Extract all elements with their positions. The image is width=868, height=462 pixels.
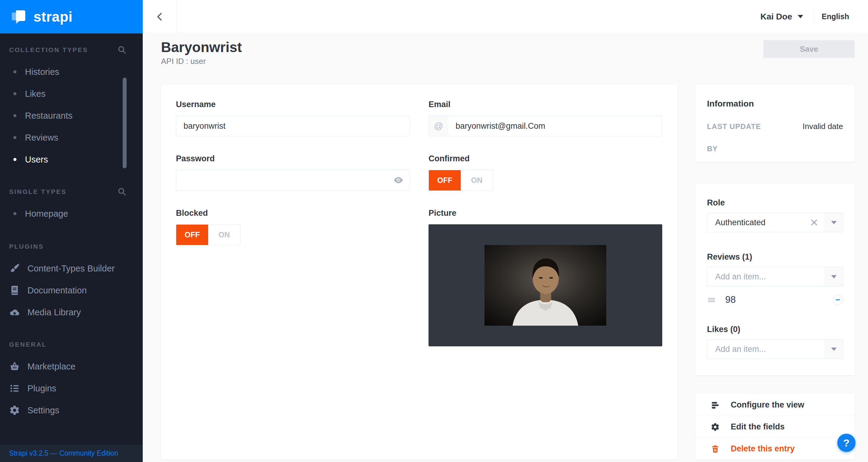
bullet-icon: [13, 212, 17, 215]
portrait-photo: [485, 245, 606, 326]
user-name: Kai Doe: [760, 12, 792, 22]
sidebar-item-settings[interactable]: Settings: [0, 399, 143, 421]
password-input[interactable]: [176, 170, 410, 190]
sidebar-item-label: Reviews: [25, 133, 58, 143]
likes-placeholder: Add an item...: [707, 340, 825, 359]
strapi-logo[interactable]: strapi: [0, 0, 143, 33]
logo-wordmark: strapi: [33, 8, 72, 25]
edit-fields-label: Edit the fields: [731, 422, 785, 432]
username-label: Username: [176, 100, 410, 109]
topbar: Kai Doe English: [143, 0, 868, 33]
cloud-upload-icon: [9, 307, 20, 318]
sidebar-item-plugins[interactable]: Plugins: [0, 377, 143, 399]
email-label: Email: [429, 100, 662, 109]
select-caret-button[interactable]: [825, 267, 843, 286]
user-menu[interactable]: Kai Doe: [760, 12, 813, 22]
page-head: Baryonwrist API ID : user Save: [161, 39, 855, 66]
search-icon[interactable]: [117, 45, 127, 55]
password-label: Password: [176, 154, 410, 163]
drag-handle-icon[interactable]: [707, 295, 716, 304]
caret-down-icon: [831, 275, 837, 278]
toggle-on-segment[interactable]: ON: [208, 225, 240, 245]
minus-circle-icon[interactable]: [833, 295, 843, 305]
sidebar-item-documentation[interactable]: Documentation: [0, 279, 143, 301]
select-caret-button[interactable]: [825, 213, 843, 232]
toggle-on-segment[interactable]: ON: [461, 170, 493, 190]
trash-icon: [711, 444, 720, 454]
sidebar-item-marketplace[interactable]: Marketplace: [0, 356, 143, 377]
sidebar-item-content-types-builder[interactable]: Content-Types Builder: [0, 257, 143, 279]
likes-add-select[interactable]: Add an item...: [707, 339, 843, 359]
search-icon[interactable]: [117, 187, 127, 196]
sidebar-item-label: Marketplace: [27, 362, 75, 372]
sidebar-item-label: Users: [25, 155, 48, 165]
sidebar-item-likes[interactable]: Likes: [0, 83, 143, 105]
section-single-types: SINGLE TYPES Homepage: [0, 187, 143, 225]
blocked-label: Blocked: [176, 209, 410, 218]
delete-entry-label: Delete this entry: [731, 444, 795, 454]
sidebar-item-reviews[interactable]: Reviews: [0, 127, 143, 149]
general-header: GENERAL: [0, 340, 143, 349]
basket-icon: [9, 361, 20, 372]
email-input-group: @: [429, 116, 662, 136]
section-collection-types: COLLECTION TYPES Histories Likes Restaur…: [0, 45, 143, 171]
back-button[interactable]: [143, 0, 177, 33]
sidebar-item-media-library[interactable]: Media Library: [0, 301, 143, 323]
version-link[interactable]: Strapi v3.2.5 — Community Edition: [0, 445, 143, 462]
select-caret-button[interactable]: [825, 340, 843, 359]
confirmed-toggle[interactable]: OFF ON: [429, 170, 493, 191]
chevron-left-icon: [155, 10, 165, 24]
book-icon: [9, 285, 20, 296]
configure-view-button[interactable]: Configure the view: [695, 394, 855, 416]
brush-icon: [9, 263, 20, 274]
eye-icon[interactable]: [393, 175, 404, 186]
last-update-label: LAST UPDATE: [707, 122, 761, 131]
field-confirmed: Confirmed OFF ON: [429, 154, 662, 191]
layout-bars-icon: [711, 400, 720, 409]
gear-icon: [9, 405, 20, 416]
review-relation-item[interactable]: 98: [707, 291, 843, 309]
field-email: Email @: [429, 100, 662, 136]
toggle-off-segment[interactable]: OFF: [429, 170, 461, 190]
email-input[interactable]: [448, 116, 662, 136]
single-types-title: SINGLE TYPES: [9, 188, 67, 195]
sidebar: strapi COLLECTION TYPES Histories Likes …: [0, 0, 143, 462]
toggle-off-segment[interactable]: OFF: [176, 225, 208, 245]
role-select[interactable]: Authenticated: [707, 213, 843, 232]
reviews-add-select[interactable]: Add an item...: [707, 267, 843, 286]
username-input[interactable]: [176, 116, 410, 136]
content: Baryonwrist API ID : user Save Username …: [143, 33, 868, 460]
language-button[interactable]: English: [822, 12, 849, 21]
help-button[interactable]: ?: [837, 434, 856, 452]
review-item-value[interactable]: 98: [725, 294, 736, 305]
sidebar-item-label: Content-Types Builder: [27, 264, 115, 274]
picture-upload-area[interactable]: [429, 224, 662, 346]
sidebar-item-restaurants[interactable]: Restaurants: [0, 105, 143, 127]
collection-types-header: COLLECTION TYPES: [0, 45, 143, 54]
plugins-header: PLUGINS: [0, 242, 143, 251]
reviews-placeholder: Add an item...: [707, 267, 825, 286]
field-blocked: Blocked OFF ON: [176, 209, 410, 346]
sidebar-item-histories[interactable]: Histories: [0, 61, 143, 83]
clear-x-icon[interactable]: [807, 213, 821, 232]
by-row: BY: [707, 145, 843, 153]
field-picture: Picture: [429, 209, 662, 346]
role-value: Authenticated: [707, 213, 807, 232]
confirmed-label: Confirmed: [429, 154, 662, 163]
last-update-value: Invalid date: [803, 122, 843, 131]
save-button[interactable]: Save: [763, 40, 855, 58]
sidebar-item-homepage[interactable]: Homepage: [0, 203, 143, 225]
sidebar-item-users[interactable]: Users: [0, 149, 143, 171]
sidebar-item-label: Documentation: [27, 285, 87, 296]
entry-actions-card: Configure the view Edit the fields: [695, 394, 855, 460]
blocked-toggle[interactable]: OFF ON: [176, 224, 241, 245]
delete-entry-button[interactable]: Delete this entry: [695, 438, 855, 460]
role-label: Role: [707, 198, 843, 207]
caret-down-icon: [798, 15, 803, 18]
strapi-logo-icon: [10, 8, 27, 25]
sidebar-scrollbar[interactable]: [123, 78, 127, 168]
sidebar-item-label: Plugins: [27, 383, 56, 394]
edit-fields-button[interactable]: Edit the fields: [695, 416, 855, 438]
gear-icon: [711, 423, 720, 432]
bullet-icon: [13, 70, 17, 73]
